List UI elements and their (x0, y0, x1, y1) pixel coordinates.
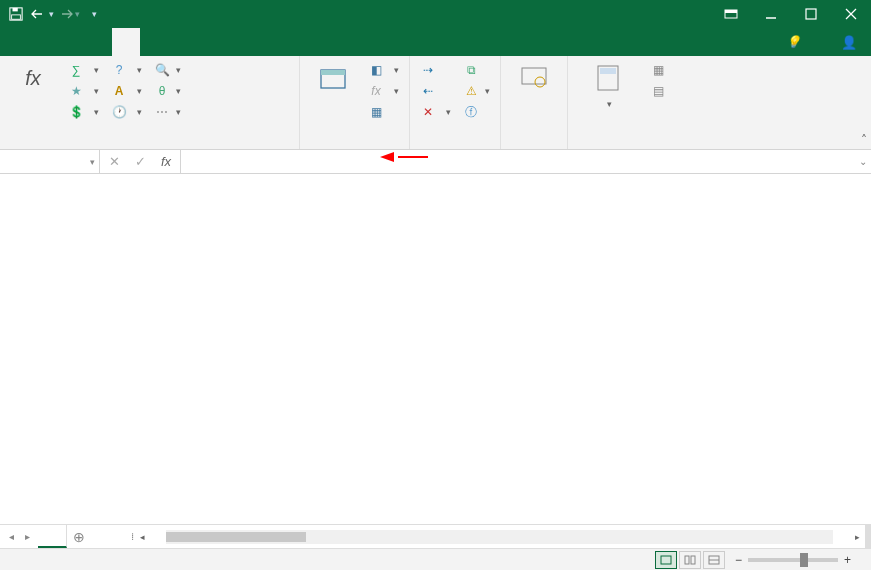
logical-button[interactable]: ?▾ (107, 60, 146, 80)
page-layout-view-button[interactable] (679, 551, 701, 569)
collapse-ribbon-icon[interactable]: ˄ (861, 133, 867, 147)
normal-view-button[interactable] (655, 551, 677, 569)
watch-icon (518, 62, 550, 94)
sheet-tab[interactable] (38, 525, 67, 548)
trace-dependents-button[interactable]: ⇠ (416, 81, 455, 101)
calc-now-icon: ▦ (650, 62, 666, 78)
svg-point-12 (535, 77, 545, 87)
svg-rect-10 (321, 70, 345, 75)
watch-window-button[interactable] (507, 60, 561, 132)
show-formulas-button[interactable]: ⧉ (459, 60, 494, 80)
expand-formula-bar-icon[interactable]: ⌄ (859, 156, 867, 167)
remove-arrows-button[interactable]: ✕▾ (416, 102, 455, 122)
show-formulas-icon: ⧉ (463, 62, 479, 78)
redo-icon[interactable]: ▾ (56, 2, 80, 26)
fx-icon: fx (17, 62, 49, 94)
function-library-label (6, 144, 293, 149)
money-icon: 💲 (68, 104, 84, 120)
tab-insert[interactable] (56, 28, 84, 56)
enter-formula-icon[interactable]: ✓ (130, 154, 150, 169)
calculation-options-button[interactable]: ▾ (574, 60, 642, 144)
fx-small-icon: fx (368, 83, 384, 99)
tab-home[interactable] (28, 28, 56, 56)
tab-formulas[interactable] (112, 28, 140, 56)
autosum-button[interactable]: ∑▾ (64, 60, 103, 80)
date-time-button[interactable]: 🕐▾ (107, 102, 146, 122)
error-check-icon: ⚠ (463, 83, 479, 99)
evaluate-formula-button[interactable]: ⓕ (459, 102, 494, 122)
svg-rect-15 (661, 556, 671, 564)
tab-page-layout[interactable] (84, 28, 112, 56)
formula-input[interactable]: ⌄ (181, 150, 871, 173)
math-trig-button[interactable]: θ▾ (150, 81, 185, 101)
question-icon: ? (111, 62, 127, 78)
page-break-view-button[interactable] (703, 551, 725, 569)
sigma-icon: ∑ (68, 62, 84, 78)
minimize-icon[interactable] (751, 0, 791, 28)
clock-icon: 🕐 (111, 104, 127, 120)
svg-rect-17 (691, 556, 695, 564)
maximize-icon[interactable] (791, 0, 831, 28)
close-icon[interactable] (831, 0, 871, 28)
lightbulb-icon: 💡 (786, 35, 801, 49)
define-name-button[interactable]: ◧▾ (364, 60, 403, 80)
lookup-reference-button[interactable]: 🔍▾ (150, 60, 185, 80)
tab-nav-next[interactable]: ▸ (20, 531, 34, 542)
sign-in-button[interactable] (809, 28, 829, 56)
save-icon[interactable] (4, 2, 28, 26)
precedents-icon: ⇢ (420, 62, 436, 78)
qat-customize-icon[interactable]: ▾ (82, 2, 106, 26)
formula-auditing-label (416, 144, 494, 149)
fx-button[interactable]: fx (156, 154, 176, 169)
cancel-formula-icon[interactable]: ✕ (104, 154, 124, 169)
use-in-formula-button[interactable]: fx▾ (364, 81, 403, 101)
trace-precedents-button[interactable]: ⇢ (416, 60, 455, 80)
svg-rect-6 (806, 9, 816, 19)
svg-rect-2 (12, 15, 21, 19)
defined-names-label (306, 144, 403, 149)
svg-rect-16 (685, 556, 689, 564)
calculate-now-button[interactable]: ▦ (646, 60, 670, 80)
name-manager-button[interactable] (306, 60, 360, 144)
tab-review[interactable] (168, 28, 196, 56)
calculate-sheet-button[interactable]: ▤ (646, 81, 670, 101)
zoom-in-button[interactable]: + (844, 553, 851, 567)
share-icon: 👤 (841, 35, 857, 50)
dependents-icon: ⇠ (420, 83, 436, 99)
evaluate-icon: ⓕ (463, 104, 479, 120)
theta-icon: θ (154, 83, 170, 99)
tab-view[interactable] (196, 28, 224, 56)
calc-icon (592, 62, 624, 94)
zoom-out-button[interactable]: − (735, 553, 742, 567)
horizontal-scrollbar[interactable] (166, 530, 833, 544)
ribbon-options-icon[interactable] (711, 0, 751, 28)
create-from-selection-button[interactable]: ▦ (364, 102, 403, 122)
svg-rect-1 (13, 8, 18, 12)
insert-function-button[interactable]: fx (6, 60, 60, 144)
hscroll-right[interactable]: ▸ (849, 532, 865, 542)
more-functions-button[interactable]: ⋯▾ (150, 102, 185, 122)
error-checking-button[interactable]: ⚠▾ (459, 81, 494, 101)
recently-used-button[interactable]: ★▾ (64, 81, 103, 101)
remove-arrows-icon: ✕ (420, 104, 436, 120)
tab-data[interactable] (140, 28, 168, 56)
text-icon: A (111, 83, 127, 99)
zoom-slider[interactable] (748, 558, 838, 562)
undo-icon[interactable]: ▾ (30, 2, 54, 26)
tell-me-search[interactable]: 💡 (786, 35, 805, 49)
calculation-label (574, 144, 670, 149)
lookup-icon: 🔍 (154, 62, 170, 78)
tab-nav-prev[interactable]: ◂ (4, 531, 18, 542)
tab-file[interactable] (0, 28, 28, 56)
text-button[interactable]: A▾ (107, 81, 146, 101)
add-sheet-button[interactable]: ⊕ (67, 525, 91, 548)
financial-button[interactable]: 💲▾ (64, 102, 103, 122)
share-button[interactable]: 👤 (833, 28, 865, 56)
hscroll-left[interactable]: ◂ (134, 532, 150, 542)
svg-rect-4 (725, 10, 737, 13)
more-icon: ⋯ (154, 104, 170, 120)
name-box[interactable]: ▾ (0, 150, 100, 173)
name-manager-icon (317, 62, 349, 94)
svg-rect-14 (600, 68, 616, 74)
tag-icon: ◧ (368, 62, 384, 78)
